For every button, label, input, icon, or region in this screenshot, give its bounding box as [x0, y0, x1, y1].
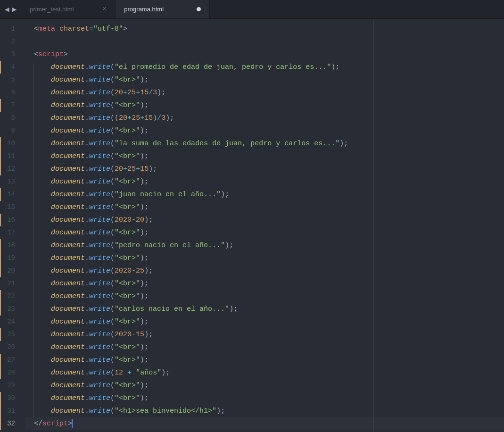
line-number[interactable]: 27: [0, 354, 19, 366]
close-icon[interactable]: ×: [102, 5, 107, 13]
line-number[interactable]: 9: [0, 125, 19, 137]
line-number[interactable]: 11: [0, 150, 19, 163]
line-number[interactable]: 12: [0, 163, 19, 175]
nav-back-icon[interactable]: ◀: [5, 5, 9, 14]
line-number[interactable]: 1: [0, 23, 19, 35]
code-line[interactable]: document.write("<br>");: [34, 277, 504, 290]
code-line[interactable]: <script>: [34, 48, 504, 61]
line-number[interactable]: 10: [0, 137, 19, 150]
line-number[interactable]: 14: [0, 188, 19, 201]
line-number[interactable]: 6: [0, 86, 19, 99]
token-var: document: [51, 165, 85, 173]
token-bracket: ): [331, 63, 335, 71]
line-number[interactable]: 32: [0, 417, 19, 430]
line-number[interactable]: 3: [0, 48, 19, 61]
code-line[interactable]: document.write("<br>");: [34, 392, 504, 405]
token-bracket: ): [140, 152, 144, 160]
code-line[interactable]: document.write("<br>");: [34, 252, 504, 265]
line-number[interactable]: 31: [0, 405, 19, 417]
code-line[interactable]: document.write(2020-20);: [34, 214, 504, 226]
token-num: 25: [127, 89, 136, 97]
code-line[interactable]: document.write(12 + "años");: [34, 366, 504, 379]
code-line[interactable]: <meta charset="utf-8">: [34, 23, 504, 35]
code-line[interactable]: document.write(20+25+15);: [34, 163, 504, 175]
line-number[interactable]: 30: [0, 392, 19, 405]
line-number[interactable]: 29: [0, 379, 19, 392]
code-line[interactable]: document.write("<br>");: [34, 316, 504, 328]
code-line[interactable]: document.write("<br>");: [34, 341, 504, 354]
code-line[interactable]: document.write("<br>");: [34, 74, 504, 86]
line-number[interactable]: 26: [0, 341, 19, 354]
code-line[interactable]: document.write(20+25+15/3);: [34, 86, 504, 99]
line-number[interactable]: 20: [0, 265, 19, 277]
token-bracket: (: [110, 318, 115, 326]
code-line[interactable]: document.write("<br>");: [34, 125, 504, 137]
line-number[interactable]: 7: [0, 99, 19, 112]
code-line[interactable]: document.write("<br>");: [34, 175, 504, 188]
code-line[interactable]: document.write("juan nacio en el año..."…: [34, 188, 504, 201]
token-punct: ;: [144, 382, 149, 390]
code-line[interactable]: document.write("<br>");: [34, 201, 504, 214]
line-number[interactable]: 15: [0, 201, 19, 214]
token-var: document: [51, 152, 85, 160]
tab-programa-html[interactable]: programa.html: [116, 0, 210, 18]
code-line[interactable]: document.write("el promedio de edad de j…: [34, 61, 504, 74]
code-line[interactable]: document.write("<br>");: [34, 99, 504, 112]
token-bracket: ): [140, 356, 144, 364]
token-method: write: [89, 229, 110, 237]
nav-forward-icon[interactable]: ▶: [12, 5, 17, 14]
code-line[interactable]: document.write("<br>");: [34, 379, 504, 392]
code-line[interactable]: document.write((20+25+15)/3);: [34, 112, 504, 125]
line-number[interactable]: 4: [0, 61, 19, 74]
line-number[interactable]: 2: [0, 35, 19, 48]
diff-modified-marker: [0, 239, 1, 277]
code-line[interactable]: [34, 35, 504, 48]
code-line[interactable]: document.write("pedro nacio en el año...…: [34, 239, 504, 252]
token-punct: .: [85, 407, 89, 415]
line-number[interactable]: 19: [0, 252, 19, 265]
line-number[interactable]: 18: [0, 239, 19, 252]
code-line[interactable]: document.write("la suma de las edades de…: [34, 137, 504, 150]
line-number[interactable]: 28: [0, 366, 19, 379]
token-punct: .: [85, 63, 89, 71]
token-punct: .: [85, 89, 89, 97]
code-line[interactable]: document.write(2020-15);: [34, 328, 504, 341]
token-method: write: [89, 114, 110, 122]
line-number[interactable]: 23: [0, 303, 19, 316]
token-punct: ;: [144, 76, 149, 84]
code-line[interactable]: document.write("<br>");: [34, 150, 504, 163]
code-line[interactable]: document.write("<h1>sea binvenido</h1>")…: [34, 405, 504, 417]
modified-dot-icon[interactable]: [197, 7, 201, 11]
code-area[interactable]: <meta charset="utf-8"><script> document.…: [25, 19, 504, 432]
token-punct: .: [85, 254, 89, 262]
token-num: 25: [136, 267, 144, 275]
token-str: "<br>": [115, 382, 140, 390]
tab-primer_test-html[interactable]: primer_test.html×: [21, 0, 116, 18]
token-bracket: ): [149, 165, 153, 173]
token-str: "<br>": [115, 356, 140, 364]
token-method: write: [89, 356, 110, 364]
token-bracket: ): [140, 292, 144, 300]
code-line[interactable]: </script>: [25, 417, 504, 430]
token-var: document: [51, 280, 85, 288]
token-num: 2020: [115, 216, 132, 224]
line-number[interactable]: 8: [0, 112, 19, 125]
line-number[interactable]: 24: [0, 316, 19, 328]
line-number[interactable]: 21: [0, 277, 19, 290]
token-op: /: [157, 114, 161, 122]
code-line[interactable]: document.write("<br>");: [34, 354, 504, 366]
code-line[interactable]: document.write("<br>");: [34, 226, 504, 239]
code-line[interactable]: document.write("<br>");: [34, 290, 504, 303]
token-str: "la suma de las edades de juan, pedro y …: [115, 140, 339, 148]
code-line[interactable]: document.write("carlos nacio en el año..…: [34, 303, 504, 316]
line-number[interactable]: 16: [0, 214, 19, 226]
line-number[interactable]: 5: [0, 74, 19, 86]
code-line[interactable]: document.write(2020-25);: [34, 265, 504, 277]
line-number[interactable]: 13: [0, 175, 19, 188]
token-var: document: [51, 191, 85, 199]
line-number[interactable]: 25: [0, 328, 19, 341]
line-number[interactable]: 22: [0, 290, 19, 303]
token-punct: ;: [149, 267, 153, 275]
token-punct: ;: [149, 216, 153, 224]
line-number[interactable]: 17: [0, 226, 19, 239]
